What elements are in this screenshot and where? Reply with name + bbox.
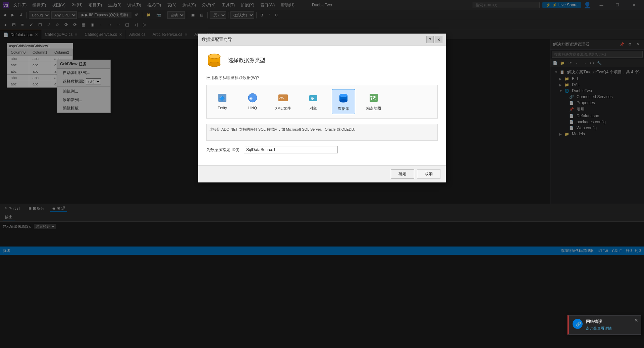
datasource-item-linq[interactable]: ◈LINQ xyxy=(241,89,264,114)
modal-id-input[interactable] xyxy=(244,146,338,153)
datasource-wizard-modal: 数据源配置向导 ? ✕ 选择数据源类型 应用程序从哪里获取数据 xyxy=(198,33,446,183)
modal-cancel-btn[interactable]: 取消 xyxy=(417,169,440,179)
datasource-label-database: 数据库 xyxy=(338,106,349,111)
modal-help-btn[interactable]: ? xyxy=(426,36,434,43)
modal-body: 选择数据源类型 应用程序从哪里获取数据(W)? 🔷Entity◈LINQ</>X… xyxy=(198,46,446,165)
datasource-label-entity: Entity xyxy=(218,106,227,110)
modal-footer: 确定 取消 xyxy=(198,165,446,182)
svg-point-16 xyxy=(339,99,347,102)
datasource-label-linq: LINQ xyxy=(248,106,257,110)
svg-text:🔷: 🔷 xyxy=(219,95,225,101)
modal-heading: 选择数据源类型 xyxy=(228,57,265,64)
toast-icon: 🔗 xyxy=(573,319,583,329)
modal-description: 连接到 ADO.NET 支持的任何 SQL 数据库，如 Microsoft SQ… xyxy=(206,124,438,141)
modal-title: 数据源配置向导 xyxy=(202,37,232,43)
modal-titlebar: 数据源配置向导 ? ✕ xyxy=(198,34,446,46)
modal-db-icon xyxy=(206,52,222,68)
modal-overlay: 数据源配置向导 ? ✕ 选择数据源类型 应用程序从哪里获取数据 xyxy=(0,0,644,348)
datasource-item-xml[interactable]: </>XML 文件 xyxy=(271,89,295,114)
svg-text:</>: </> xyxy=(279,96,284,100)
datasource-icon-linq: ◈ xyxy=(247,92,259,104)
svg-text:🗺: 🗺 xyxy=(370,95,376,101)
datasource-icon-xml: </> xyxy=(277,92,289,104)
toast-link[interactable]: 点此处查看详情 xyxy=(573,326,637,331)
datasource-grid: 🔷Entity◈LINQ</>XML 文件⚙对象数据库🗺站点地图 xyxy=(206,85,438,119)
datasource-item-entity[interactable]: 🔷Entity xyxy=(211,89,234,114)
svg-text:⚙: ⚙ xyxy=(311,96,314,101)
modal-ok-btn[interactable]: 确定 xyxy=(391,169,414,179)
toast-notification: ✕ 🔗 网络错误 点此处查看详情 xyxy=(568,315,641,335)
modal-header-row: 选择数据源类型 xyxy=(206,52,438,68)
datasource-icon-sitemap: 🗺 xyxy=(368,92,380,104)
svg-point-5 xyxy=(208,54,220,59)
datasource-label-sitemap: 站点地图 xyxy=(366,106,381,111)
datasource-label-xml: XML 文件 xyxy=(275,106,291,111)
datasource-icon-database xyxy=(337,92,350,104)
modal-id-row: 为数据源指定 ID(I): xyxy=(206,146,438,153)
toast-close-btn[interactable]: ✕ xyxy=(634,318,638,323)
svg-point-4 xyxy=(208,62,220,67)
svg-text:◈: ◈ xyxy=(249,95,253,101)
modal-section-label: 应用程序从哪里获取数据(W)? xyxy=(206,75,438,81)
datasource-icon-entity: 🔷 xyxy=(216,92,228,104)
svg-text:🔗: 🔗 xyxy=(576,321,581,327)
datasource-label-object: 对象 xyxy=(310,106,317,111)
modal-id-label: 为数据源指定 ID(I): xyxy=(206,147,240,153)
datasource-item-object[interactable]: ⚙对象 xyxy=(302,89,325,114)
svg-point-17 xyxy=(339,94,347,97)
datasource-item-sitemap[interactable]: 🗺站点地图 xyxy=(362,89,385,114)
datasource-icon-object: ⚙ xyxy=(307,92,319,104)
modal-close-btn[interactable]: ✕ xyxy=(435,36,442,43)
datasource-item-database[interactable]: 数据库 xyxy=(332,89,355,114)
